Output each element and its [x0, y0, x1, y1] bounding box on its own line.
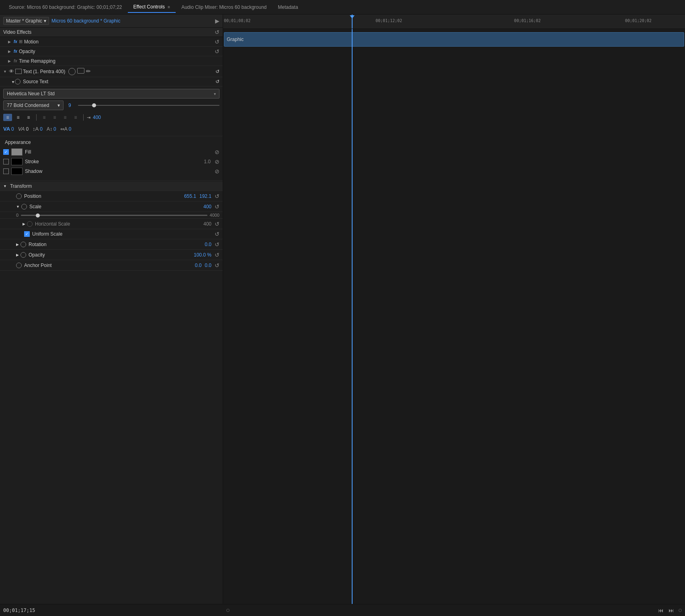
- shadow-eyedropper-icon[interactable]: ⊘: [215, 168, 219, 175]
- tab-source[interactable]: Source: Micros 60 background: Graphic: 0…: [3, 2, 128, 12]
- transform-expand-btn[interactable]: [3, 184, 7, 188]
- baseline-item: A↕ 0: [47, 126, 56, 132]
- stroke-color-swatch[interactable]: [11, 158, 23, 165]
- opacity-reset-btn[interactable]: [215, 48, 219, 55]
- fill-checkbox[interactable]: [3, 149, 9, 155]
- rotation-expand-btn[interactable]: [16, 242, 19, 246]
- position-y-value[interactable]: 192.1: [199, 193, 211, 199]
- graphic-clip[interactable]: Graphic: [224, 32, 684, 47]
- baseline-icon: A↕: [47, 126, 52, 132]
- ruler-mark-3: 00;01;20;02: [625, 18, 652, 23]
- horiz-scale-cycle-icon[interactable]: [27, 221, 33, 227]
- fill-color-swatch[interactable]: [11, 148, 23, 156]
- font-family-dropdown[interactable]: Helvetica Neue LT Std ▾: [3, 89, 219, 99]
- horiz-scale-row: Horizontal Scale 400: [0, 219, 223, 229]
- kerning-value[interactable]: 0: [11, 126, 14, 132]
- font-family-chevron-icon: ▾: [214, 92, 216, 96]
- font-size-value[interactable]: 9: [68, 103, 76, 108]
- timeline-scroll-start[interactable]: [226, 609, 230, 612]
- baseline-value[interactable]: 0: [53, 126, 56, 132]
- tracking-icon: VA: [18, 126, 25, 132]
- align-left-btn[interactable]: ≡: [3, 114, 12, 121]
- font-weight-dropdown[interactable]: 77 Bold Condensed ▾: [3, 101, 64, 110]
- eye-visibility-icon[interactable]: 👁: [9, 68, 14, 74]
- tab-audio-clip-mixer[interactable]: Audio Clip Mixer: Micros 60 background: [176, 2, 272, 12]
- time-remapping-expand-btn[interactable]: [8, 59, 14, 63]
- rotation-cycle-icon[interactable]: [21, 242, 26, 247]
- tsumi-item: ⇔A 0: [60, 126, 72, 132]
- opacity-value[interactable]: 100.0 %: [194, 252, 211, 258]
- master-dropdown[interactable]: Master * Graphic ▾: [3, 17, 49, 25]
- scale-expand-btn[interactable]: [16, 205, 20, 209]
- tab-effect-controls[interactable]: Effect Controls ≡: [128, 2, 176, 13]
- fill-row: Fill ⊘: [3, 148, 219, 156]
- shadow-checkbox[interactable]: [3, 168, 9, 174]
- text-layer-reset-btn[interactable]: [215, 69, 219, 74]
- text-layer-expand-btn[interactable]: [3, 69, 9, 74]
- source-text-reset-btn[interactable]: [215, 79, 219, 84]
- anchor-reset-btn[interactable]: [215, 262, 219, 269]
- align-right-btn[interactable]: ≡: [24, 114, 33, 121]
- opacity-row: fx Opacity: [0, 47, 223, 56]
- align-center-btn[interactable]: ≡: [14, 114, 23, 121]
- rotation-reset-btn[interactable]: [215, 241, 219, 248]
- uniform-scale-label: Uniform Scale: [32, 231, 62, 237]
- video-effects-reset-btn[interactable]: [215, 29, 219, 35]
- tab-metadata[interactable]: Metadata: [272, 2, 304, 12]
- anchor-y-value[interactable]: 0.0: [205, 263, 211, 268]
- position-label: Position: [24, 193, 184, 199]
- timeline-step-back-icon[interactable]: ⏮: [658, 607, 664, 614]
- stroke-checkbox[interactable]: [3, 159, 9, 164]
- font-size-control: 9: [68, 103, 219, 108]
- leading-value[interactable]: 0: [40, 126, 43, 132]
- scale-reset-btn[interactable]: [215, 203, 219, 210]
- position-cycle-icon[interactable]: [16, 193, 22, 199]
- font-size-slider[interactable]: [78, 105, 219, 106]
- position-reset-btn[interactable]: [215, 193, 219, 199]
- bottom-bar: 00;01;17;15: [0, 604, 223, 616]
- source-text-expand-btn[interactable]: [11, 79, 15, 84]
- justify-all-btn[interactable]: ≡: [71, 114, 80, 121]
- track-width-value[interactable]: 400: [93, 115, 101, 120]
- circle-shape-btn[interactable]: [68, 68, 76, 75]
- justify-center-btn[interactable]: ≡: [50, 114, 59, 121]
- tsumi-value[interactable]: 0: [69, 126, 72, 132]
- rotation-value[interactable]: 0.0: [205, 242, 211, 247]
- scale-slider-track[interactable]: [21, 215, 207, 216]
- motion-reset-btn[interactable]: [215, 39, 219, 45]
- pen-tool-icon[interactable]: ✏: [86, 68, 91, 75]
- opacity-cycle-icon[interactable]: [21, 252, 26, 258]
- justify-left-btn[interactable]: ≡: [40, 114, 49, 121]
- shadow-color-swatch[interactable]: [11, 168, 23, 175]
- source-text-cycle-icon[interactable]: [15, 79, 21, 84]
- position-x-value[interactable]: 655.1: [184, 193, 196, 199]
- opacity-expand-btn[interactable]: [16, 253, 19, 257]
- timeline-body[interactable]: Graphic: [223, 29, 685, 604]
- fill-eyedropper-icon[interactable]: ⊘: [215, 149, 219, 155]
- scale-value[interactable]: 400: [203, 204, 211, 209]
- rect-shape-btn[interactable]: [77, 68, 84, 74]
- horiz-scale-reset-btn[interactable]: [215, 221, 219, 227]
- panel-forward-arrow[interactable]: ▶: [215, 18, 219, 24]
- anchor-x-value[interactable]: 0.0: [195, 263, 202, 268]
- timeline-step-forward-icon[interactable]: ⏭: [669, 607, 674, 614]
- anchor-cycle-icon[interactable]: [16, 263, 22, 268]
- stroke-eyedropper-icon[interactable]: ⊘: [215, 158, 219, 165]
- scale-cycle-icon[interactable]: [21, 204, 27, 209]
- horiz-scale-expand-btn[interactable]: [23, 222, 25, 226]
- timeline-scroll-end[interactable]: [679, 609, 682, 612]
- uniform-scale-checkbox[interactable]: [24, 231, 30, 237]
- shape-buttons: ✏: [68, 68, 91, 75]
- main-layout: Master * Graphic ▾ Micros 60 background …: [0, 14, 685, 616]
- tab-menu-icon[interactable]: ≡: [168, 5, 170, 9]
- uniform-scale-reset-btn[interactable]: [215, 231, 219, 237]
- rect-icon[interactable]: [15, 69, 22, 74]
- opacity-transform-reset-btn[interactable]: [215, 252, 219, 258]
- panel-scroll-area[interactable]: Video Effects fx ⊞ Motion fx Opacity: [0, 28, 223, 616]
- timeline-bottom: ⏮ ⏭: [223, 604, 685, 616]
- tracking-item: VA 0: [18, 126, 29, 132]
- justify-right-btn[interactable]: ≡: [61, 114, 70, 121]
- horiz-scale-value[interactable]: 400: [203, 221, 211, 227]
- motion-expand-btn[interactable]: [8, 39, 14, 44]
- opacity-expand-btn[interactable]: [8, 49, 14, 53]
